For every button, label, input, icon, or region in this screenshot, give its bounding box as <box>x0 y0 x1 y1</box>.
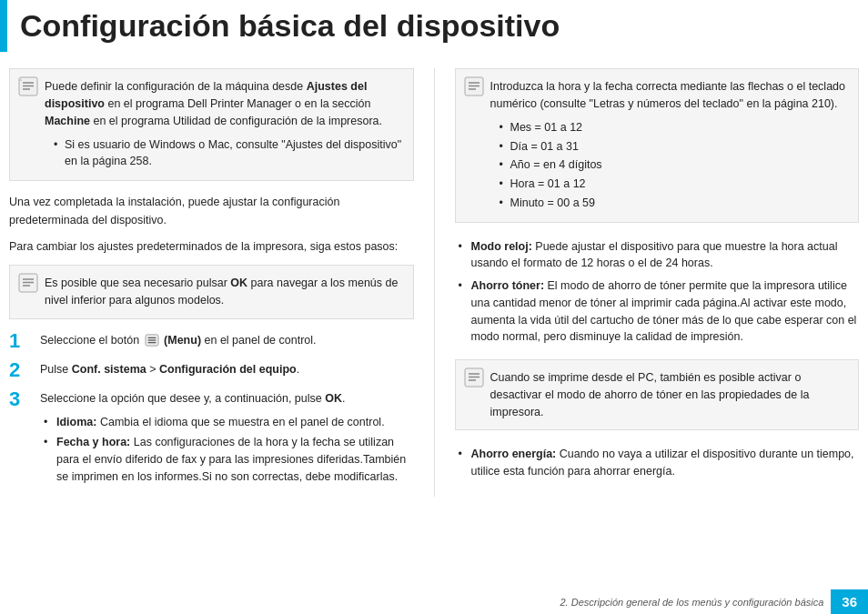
step-2-bold2: Configuración del equipo <box>159 363 297 376</box>
left-column: Puede definir la configuración de la máq… <box>9 68 435 496</box>
right-note-box-1: Introduzca la hora y la fecha correcta m… <box>455 68 860 222</box>
note-box-1: Puede definir la configuración de la máq… <box>9 68 414 181</box>
page-title: Configuración básica del dispositivo <box>7 0 576 52</box>
right-note1-bullet-3: Hora = 01 a 12 <box>500 175 848 194</box>
step-list: 1 Seleccione el botón (Menu) en el panel… <box>9 332 414 488</box>
step-3: 3 Seleccione la opción que desee y, a co… <box>9 390 414 487</box>
right-note1-bullet-4: Minuto = 00 a 59 <box>500 194 848 213</box>
note2-bold: OK <box>230 277 247 289</box>
note-icon-2 <box>18 273 38 293</box>
note1-bullet-list: Si es usuario de Windows o Mac, consulte… <box>54 136 402 172</box>
footer-text: 2. Descripción general de los menús y co… <box>560 597 831 608</box>
right-note1-bullet-1: Día = 01 a 31 <box>500 137 848 156</box>
step-2-text: Pulse Conf. sistema > Configuración del … <box>40 361 414 378</box>
right-note1-text: Introduzca la hora y la fecha correcta m… <box>490 80 846 110</box>
step-3-bullets: Idioma: Cambia el idioma que se muestra … <box>44 412 414 488</box>
step-2: 2 Pulse Conf. sistema > Configuración de… <box>9 361 414 381</box>
right-note1-bullets: Mes = 01 a 12 Día = 01 a 31 Año = en 4 d… <box>500 118 848 213</box>
note1-bold2: Machine <box>45 115 90 127</box>
two-column-layout: Puede definir la configuración de la máq… <box>0 68 868 496</box>
note1-text: Puede definir la configuración de la máq… <box>45 80 382 127</box>
right-note-icon-2 <box>464 367 484 388</box>
step-1-text: Seleccione el botón (Menu) en el panel d… <box>40 332 414 349</box>
right-note-icon-1 <box>464 76 484 96</box>
step-3-bullet-idioma: Idioma: Cambia el idioma que se muestra … <box>44 412 414 433</box>
right-main-bullets: Modo reloj: Puede ajustar el dispositivo… <box>459 236 860 349</box>
step-2-number: 2 <box>9 359 33 381</box>
step-1: 1 Seleccione el botón (Menu) en el panel… <box>9 332 414 352</box>
page-container: Configuración básica del dispositivo Pue <box>0 0 868 614</box>
right-note-box-2: Cuando se imprime desde el PC, también e… <box>455 359 860 430</box>
step-3-number: 3 <box>9 388 33 410</box>
right-end-bullets: Ahorro energía: Cuando no vaya a utiliza… <box>459 443 860 483</box>
note2-text: Es posible que sea necesario pulsar OK p… <box>45 277 398 307</box>
right-bullet-ahorro-toner: Ahorro tóner: El modo de ahorro de tóner… <box>459 275 860 348</box>
note-box-2: Es posible que sea necesario pulsar OK p… <box>9 265 414 319</box>
footer-bar: 2. Descripción general de los menús y co… <box>0 589 868 614</box>
right-note1-bullet-0: Mes = 01 a 12 <box>500 118 848 137</box>
para2: Para cambiar los ajustes predeterminados… <box>9 238 414 256</box>
menu-icon <box>145 334 159 347</box>
step-3-text: Seleccione la opción que desee y, a cont… <box>40 390 414 487</box>
step-3-bullet-fecha: Fecha y hora: Las configuraciones de la … <box>44 432 414 487</box>
note1-bold1: Ajustes del dispositivo <box>45 80 367 110</box>
note-icon-1 <box>18 76 38 96</box>
footer-page-number: 36 <box>831 589 868 614</box>
step-1-menu-bold: (Menu) <box>164 334 201 347</box>
right-bullet-ahorro-energia: Ahorro energía: Cuando no vaya a utiliza… <box>459 443 860 483</box>
title-bar: Configuración básica del dispositivo <box>0 0 868 52</box>
step-1-number: 1 <box>9 330 33 352</box>
right-bullet-modo-reloj: Modo reloj: Puede ajustar el dispositivo… <box>459 236 860 276</box>
note1-bullet-item: Si es usuario de Windows o Mac, consulte… <box>54 136 402 172</box>
right-note2-text: Cuando se imprime desde el PC, también e… <box>490 371 810 418</box>
right-note1-bullet-2: Año = en 4 dígitos <box>500 156 848 175</box>
right-column: Introduzca la hora y la fecha correcta m… <box>435 68 860 496</box>
title-accent <box>0 0 7 52</box>
step-3-ok-bold: OK <box>325 392 342 405</box>
step-2-bold1: Conf. sistema <box>72 363 146 376</box>
para1: Una vez completada la instalación, puede… <box>9 194 414 229</box>
